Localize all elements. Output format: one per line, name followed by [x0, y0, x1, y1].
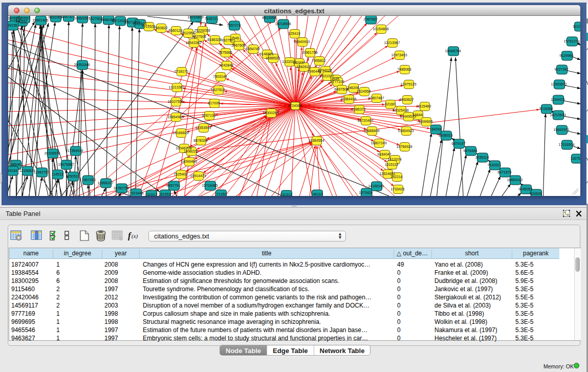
svg-text:8878334: 8878334 — [193, 139, 207, 142]
svg-text:171352: 171352 — [214, 192, 226, 196]
svg-text:19975887: 19975887 — [58, 163, 74, 166]
svg-text:114513: 114513 — [52, 172, 63, 176]
svg-text:1112541: 1112541 — [573, 25, 580, 28]
svg-text:8699695: 8699695 — [419, 120, 432, 123]
svg-text:15844: 15844 — [412, 113, 423, 117]
svg-text:10688609: 10688609 — [363, 129, 379, 133]
svg-text:12093872: 12093872 — [551, 82, 567, 86]
svg-text:14099463: 14099463 — [181, 160, 197, 163]
svg-text:1624554: 1624554 — [357, 90, 371, 93]
svg-text:8471676: 8471676 — [497, 170, 511, 174]
svg-text:9129966: 9129966 — [559, 54, 573, 57]
svg-text:7625402: 7625402 — [173, 172, 187, 176]
svg-text:161551: 161551 — [159, 192, 170, 196]
svg-text:1498222: 1498222 — [184, 149, 198, 153]
svg-text:2546: 2546 — [231, 36, 239, 40]
svg-text:1244415: 1244415 — [551, 98, 564, 101]
svg-text:2935114: 2935114 — [475, 156, 489, 159]
svg-text:1733426: 1733426 — [390, 187, 404, 191]
svg-text:1724069: 1724069 — [288, 104, 301, 107]
svg-text:3215958: 3215958 — [539, 107, 553, 111]
svg-text:15716485: 15716485 — [202, 184, 217, 187]
svg-text:16107556: 16107556 — [167, 100, 183, 103]
svg-text:3875685: 3875685 — [218, 51, 232, 54]
svg-text:7386372: 7386372 — [352, 107, 365, 111]
svg-text:12353594: 12353594 — [195, 126, 211, 129]
svg-text:9245052: 9245052 — [518, 187, 532, 191]
svg-text:19384554: 19384554 — [308, 139, 324, 142]
svg-text:15692971: 15692971 — [553, 128, 569, 132]
svg-text:7955812: 7955812 — [312, 59, 325, 62]
svg-text:10648764: 10648764 — [445, 49, 461, 53]
svg-text:9474444: 9474444 — [463, 149, 477, 152]
svg-text:8938923: 8938923 — [439, 134, 452, 137]
svg-text:824505: 824505 — [530, 192, 541, 195]
svg-text:15751074: 15751074 — [563, 39, 579, 43]
svg-text:16033809: 16033809 — [187, 16, 203, 19]
svg-text:12942757: 12942757 — [33, 170, 49, 174]
svg-text:8454749: 8454749 — [246, 47, 259, 51]
svg-text:9327508: 9327508 — [192, 35, 206, 38]
svg-text:182037: 182037 — [293, 61, 304, 64]
svg-text:16640910: 16640910 — [294, 40, 310, 43]
svg-text:8813054: 8813054 — [262, 16, 276, 19]
svg-text:2967608: 2967608 — [231, 43, 245, 47]
svg-text:10025438: 10025438 — [393, 108, 408, 112]
svg-text:20364436: 20364436 — [340, 97, 356, 101]
svg-text:6497508: 6497508 — [334, 87, 348, 91]
svg-text:7663822: 7663822 — [154, 26, 167, 30]
svg-text:10653267: 10653267 — [74, 16, 90, 20]
svg-text:19756928: 19756928 — [396, 145, 412, 148]
svg-text:9227342: 9227342 — [554, 68, 568, 71]
svg-text:10807487: 10807487 — [368, 96, 384, 100]
svg-text:1612074: 1612074 — [387, 158, 401, 161]
svg-text:2087682: 2087682 — [363, 17, 377, 21]
svg-text:39155: 39155 — [8, 24, 17, 27]
svg-text:39154: 39154 — [8, 169, 17, 172]
svg-text:746206: 746206 — [347, 86, 359, 90]
svg-text:1250515: 1250515 — [66, 174, 79, 178]
svg-text:6879197: 6879197 — [451, 142, 465, 145]
svg-text:6794028: 6794028 — [318, 69, 332, 72]
svg-text:125419: 125419 — [288, 32, 300, 35]
svg-text:20053346: 20053346 — [74, 63, 90, 67]
svg-text:7803144: 7803144 — [213, 75, 227, 78]
svg-text:9777109: 9777109 — [330, 80, 344, 83]
svg-text:1588520: 1588520 — [266, 56, 279, 60]
svg-text:1373426: 1373426 — [359, 191, 373, 194]
svg-text:164093: 164093 — [429, 127, 441, 131]
svg-text:12213967: 12213967 — [384, 41, 400, 45]
svg-text:116753: 116753 — [571, 157, 580, 160]
svg-text:9184047: 9184047 — [377, 152, 391, 156]
svg-text:9242848: 9242848 — [219, 63, 233, 67]
svg-text:9115460: 9115460 — [418, 104, 431, 108]
svg-text:131517: 131517 — [145, 193, 157, 196]
svg-text:19914479: 19914479 — [190, 174, 206, 178]
svg-text:16543362: 16543362 — [185, 41, 201, 45]
svg-text:8186328: 8186328 — [207, 38, 221, 41]
svg-text:16782759: 16782759 — [113, 186, 129, 190]
svg-text:16210643: 16210643 — [550, 113, 565, 117]
svg-text:25226058: 25226058 — [194, 29, 210, 32]
svg-text:2718170: 2718170 — [174, 70, 188, 73]
svg-text:12975125: 12975125 — [400, 82, 416, 86]
svg-text:19654985: 19654985 — [167, 115, 183, 119]
svg-text:(x): (x) — [132, 233, 138, 239]
svg-text:3912954: 3912954 — [181, 31, 194, 35]
svg-text:62160: 62160 — [385, 102, 395, 106]
svg-text:7835721: 7835721 — [204, 17, 218, 20]
svg-text:19166825: 19166825 — [172, 131, 188, 135]
svg-text:18807249: 18807249 — [371, 141, 386, 145]
svg-text:817006: 817006 — [208, 101, 220, 105]
svg-text:252214: 252214 — [390, 175, 402, 179]
svg-text:12156829: 12156829 — [19, 169, 35, 172]
svg-text:10961758: 10961758 — [301, 51, 317, 54]
svg-text:3267327: 3267327 — [61, 16, 75, 18]
svg-text:7632621: 7632621 — [487, 163, 501, 167]
svg-text:15720407: 15720407 — [357, 119, 373, 122]
svg-text:14136141: 14136141 — [368, 184, 384, 188]
svg-text:10154808: 10154808 — [373, 27, 388, 31]
svg-text:131312: 131312 — [280, 193, 292, 196]
svg-text:9146821: 9146821 — [259, 52, 273, 56]
svg-text:20691406: 20691406 — [32, 18, 48, 22]
